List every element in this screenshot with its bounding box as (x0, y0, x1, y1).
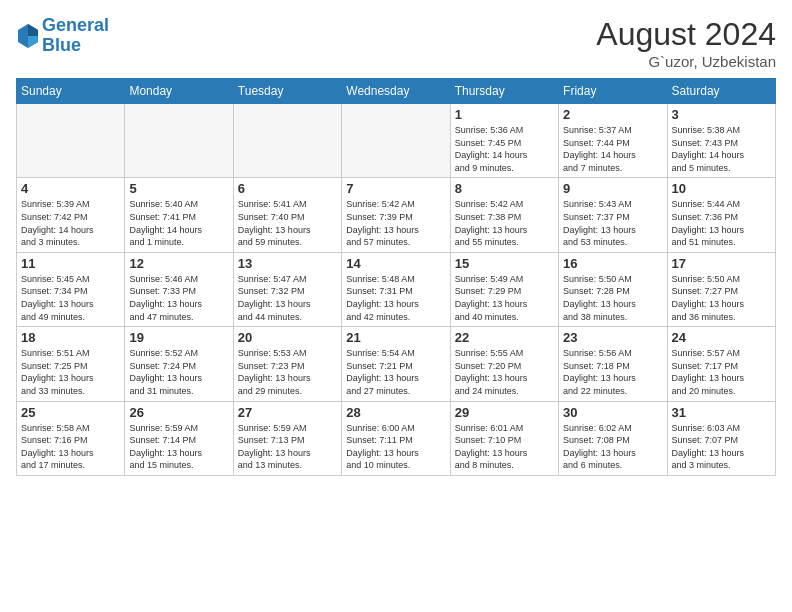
day-info: Sunrise: 5:53 AM Sunset: 7:23 PM Dayligh… (238, 347, 337, 397)
calendar-cell: 27Sunrise: 5:59 AM Sunset: 7:13 PM Dayli… (233, 401, 341, 475)
calendar-cell: 9Sunrise: 5:43 AM Sunset: 7:37 PM Daylig… (559, 178, 667, 252)
calendar-header-row: SundayMondayTuesdayWednesdayThursdayFrid… (17, 79, 776, 104)
day-number: 22 (455, 330, 554, 345)
day-number: 4 (21, 181, 120, 196)
calendar-cell: 2Sunrise: 5:37 AM Sunset: 7:44 PM Daylig… (559, 104, 667, 178)
calendar-cell: 12Sunrise: 5:46 AM Sunset: 7:33 PM Dayli… (125, 252, 233, 326)
day-info: Sunrise: 5:50 AM Sunset: 7:27 PM Dayligh… (672, 273, 771, 323)
calendar-cell: 21Sunrise: 5:54 AM Sunset: 7:21 PM Dayli… (342, 327, 450, 401)
calendar-cell: 25Sunrise: 5:58 AM Sunset: 7:16 PM Dayli… (17, 401, 125, 475)
day-info: Sunrise: 5:52 AM Sunset: 7:24 PM Dayligh… (129, 347, 228, 397)
calendar-header-tuesday: Tuesday (233, 79, 341, 104)
day-number: 3 (672, 107, 771, 122)
day-info: Sunrise: 5:42 AM Sunset: 7:39 PM Dayligh… (346, 198, 445, 248)
day-number: 6 (238, 181, 337, 196)
day-info: Sunrise: 6:02 AM Sunset: 7:08 PM Dayligh… (563, 422, 662, 472)
day-info: Sunrise: 6:00 AM Sunset: 7:11 PM Dayligh… (346, 422, 445, 472)
week-row-2: 4Sunrise: 5:39 AM Sunset: 7:42 PM Daylig… (17, 178, 776, 252)
calendar-cell: 23Sunrise: 5:56 AM Sunset: 7:18 PM Dayli… (559, 327, 667, 401)
day-number: 18 (21, 330, 120, 345)
calendar-cell: 7Sunrise: 5:42 AM Sunset: 7:39 PM Daylig… (342, 178, 450, 252)
calendar-cell: 28Sunrise: 6:00 AM Sunset: 7:11 PM Dayli… (342, 401, 450, 475)
day-info: Sunrise: 5:38 AM Sunset: 7:43 PM Dayligh… (672, 124, 771, 174)
calendar-cell: 30Sunrise: 6:02 AM Sunset: 7:08 PM Dayli… (559, 401, 667, 475)
week-row-5: 25Sunrise: 5:58 AM Sunset: 7:16 PM Dayli… (17, 401, 776, 475)
calendar-cell: 17Sunrise: 5:50 AM Sunset: 7:27 PM Dayli… (667, 252, 775, 326)
day-info: Sunrise: 5:44 AM Sunset: 7:36 PM Dayligh… (672, 198, 771, 248)
calendar-header-friday: Friday (559, 79, 667, 104)
calendar-cell: 3Sunrise: 5:38 AM Sunset: 7:43 PM Daylig… (667, 104, 775, 178)
calendar-cell: 20Sunrise: 5:53 AM Sunset: 7:23 PM Dayli… (233, 327, 341, 401)
day-number: 26 (129, 405, 228, 420)
page: General Blue August 2024 G`uzor, Uzbekis… (0, 0, 792, 612)
calendar-header-saturday: Saturday (667, 79, 775, 104)
day-number: 29 (455, 405, 554, 420)
calendar-cell (342, 104, 450, 178)
calendar: SundayMondayTuesdayWednesdayThursdayFrid… (16, 78, 776, 476)
calendar-cell (125, 104, 233, 178)
calendar-cell: 11Sunrise: 5:45 AM Sunset: 7:34 PM Dayli… (17, 252, 125, 326)
week-row-1: 1Sunrise: 5:36 AM Sunset: 7:45 PM Daylig… (17, 104, 776, 178)
day-info: Sunrise: 5:56 AM Sunset: 7:18 PM Dayligh… (563, 347, 662, 397)
day-number: 17 (672, 256, 771, 271)
day-number: 7 (346, 181, 445, 196)
day-info: Sunrise: 5:41 AM Sunset: 7:40 PM Dayligh… (238, 198, 337, 248)
calendar-cell: 22Sunrise: 5:55 AM Sunset: 7:20 PM Dayli… (450, 327, 558, 401)
day-number: 13 (238, 256, 337, 271)
day-info: Sunrise: 5:47 AM Sunset: 7:32 PM Dayligh… (238, 273, 337, 323)
day-info: Sunrise: 5:39 AM Sunset: 7:42 PM Dayligh… (21, 198, 120, 248)
day-info: Sunrise: 5:46 AM Sunset: 7:33 PM Dayligh… (129, 273, 228, 323)
calendar-cell: 4Sunrise: 5:39 AM Sunset: 7:42 PM Daylig… (17, 178, 125, 252)
calendar-cell: 24Sunrise: 5:57 AM Sunset: 7:17 PM Dayli… (667, 327, 775, 401)
day-info: Sunrise: 6:03 AM Sunset: 7:07 PM Dayligh… (672, 422, 771, 472)
day-number: 11 (21, 256, 120, 271)
calendar-cell: 26Sunrise: 5:59 AM Sunset: 7:14 PM Dayli… (125, 401, 233, 475)
calendar-header-thursday: Thursday (450, 79, 558, 104)
calendar-cell: 15Sunrise: 5:49 AM Sunset: 7:29 PM Dayli… (450, 252, 558, 326)
day-info: Sunrise: 5:36 AM Sunset: 7:45 PM Dayligh… (455, 124, 554, 174)
calendar-header-sunday: Sunday (17, 79, 125, 104)
calendar-cell (233, 104, 341, 178)
month-year: August 2024 (596, 16, 776, 53)
day-info: Sunrise: 6:01 AM Sunset: 7:10 PM Dayligh… (455, 422, 554, 472)
day-info: Sunrise: 5:40 AM Sunset: 7:41 PM Dayligh… (129, 198, 228, 248)
calendar-cell: 10Sunrise: 5:44 AM Sunset: 7:36 PM Dayli… (667, 178, 775, 252)
logo: General Blue (16, 16, 109, 56)
logo-icon (16, 22, 40, 50)
logo-text: General Blue (42, 16, 109, 56)
day-number: 20 (238, 330, 337, 345)
day-number: 24 (672, 330, 771, 345)
svg-marker-2 (28, 36, 38, 48)
calendar-cell: 31Sunrise: 6:03 AM Sunset: 7:07 PM Dayli… (667, 401, 775, 475)
calendar-cell: 13Sunrise: 5:47 AM Sunset: 7:32 PM Dayli… (233, 252, 341, 326)
day-info: Sunrise: 5:59 AM Sunset: 7:14 PM Dayligh… (129, 422, 228, 472)
calendar-cell: 6Sunrise: 5:41 AM Sunset: 7:40 PM Daylig… (233, 178, 341, 252)
day-number: 1 (455, 107, 554, 122)
calendar-header-wednesday: Wednesday (342, 79, 450, 104)
calendar-cell: 29Sunrise: 6:01 AM Sunset: 7:10 PM Dayli… (450, 401, 558, 475)
day-info: Sunrise: 5:55 AM Sunset: 7:20 PM Dayligh… (455, 347, 554, 397)
day-number: 2 (563, 107, 662, 122)
day-info: Sunrise: 5:59 AM Sunset: 7:13 PM Dayligh… (238, 422, 337, 472)
day-number: 25 (21, 405, 120, 420)
day-info: Sunrise: 5:58 AM Sunset: 7:16 PM Dayligh… (21, 422, 120, 472)
svg-marker-1 (28, 24, 38, 36)
day-number: 30 (563, 405, 662, 420)
day-info: Sunrise: 5:57 AM Sunset: 7:17 PM Dayligh… (672, 347, 771, 397)
day-info: Sunrise: 5:37 AM Sunset: 7:44 PM Dayligh… (563, 124, 662, 174)
calendar-cell: 18Sunrise: 5:51 AM Sunset: 7:25 PM Dayli… (17, 327, 125, 401)
location: G`uzor, Uzbekistan (596, 53, 776, 70)
day-info: Sunrise: 5:50 AM Sunset: 7:28 PM Dayligh… (563, 273, 662, 323)
day-number: 5 (129, 181, 228, 196)
day-number: 19 (129, 330, 228, 345)
day-number: 21 (346, 330, 445, 345)
calendar-cell: 5Sunrise: 5:40 AM Sunset: 7:41 PM Daylig… (125, 178, 233, 252)
header: General Blue August 2024 G`uzor, Uzbekis… (16, 16, 776, 70)
day-info: Sunrise: 5:45 AM Sunset: 7:34 PM Dayligh… (21, 273, 120, 323)
title-block: August 2024 G`uzor, Uzbekistan (596, 16, 776, 70)
calendar-cell: 16Sunrise: 5:50 AM Sunset: 7:28 PM Dayli… (559, 252, 667, 326)
calendar-cell: 14Sunrise: 5:48 AM Sunset: 7:31 PM Dayli… (342, 252, 450, 326)
calendar-cell (17, 104, 125, 178)
day-number: 10 (672, 181, 771, 196)
day-number: 16 (563, 256, 662, 271)
